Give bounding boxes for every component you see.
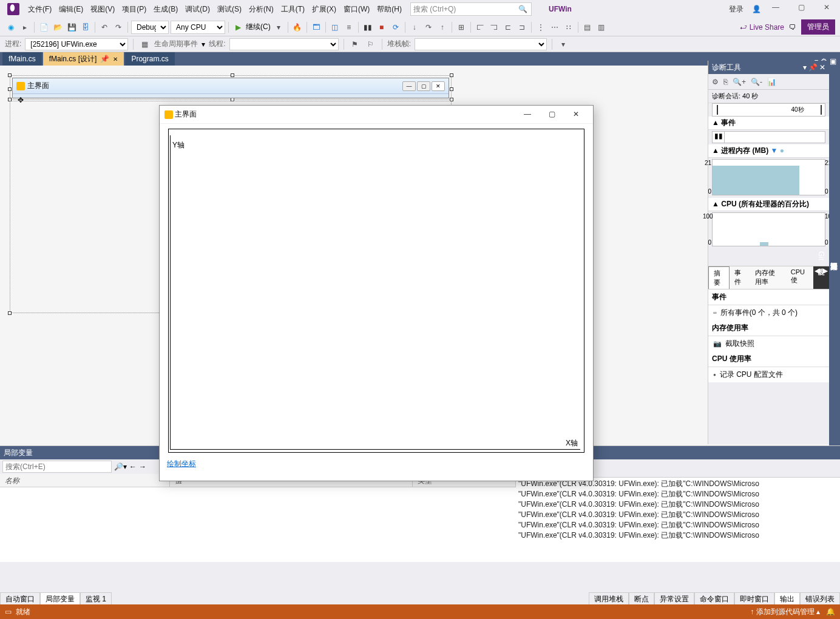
continue-label[interactable]: 继续(C) <box>246 22 271 32</box>
menu-test[interactable]: 测试(S) <box>214 2 245 17</box>
events-bar[interactable]: ▮▮ <box>712 131 825 143</box>
search-icon[interactable]: 🔍 <box>518 5 530 13</box>
flag2-icon[interactable]: ⚐ <box>365 38 377 50</box>
spacing2-icon[interactable]: ⋯ <box>549 21 561 33</box>
chevron-down-icon[interactable]: ▾ <box>273 21 285 33</box>
tab-breakpoints[interactable]: 断点 <box>629 592 654 604</box>
nav-left-icon[interactable]: ← <box>129 462 137 471</box>
redo-icon[interactable]: ↷ <box>112 21 124 33</box>
solution-explorer-tab[interactable]: 解决方案资源管理器 <box>827 68 840 445</box>
record-cpu-link[interactable]: 记录 CPU 配置文件 <box>708 367 829 382</box>
col-name[interactable]: 名称 <box>0 474 170 487</box>
login-link[interactable]: 登录 <box>724 4 748 15</box>
diag-ruler[interactable]: 40秒 <box>712 103 825 117</box>
platform-select[interactable]: Any CPU <box>171 21 225 34</box>
new-item-icon[interactable]: 📄 <box>38 21 50 33</box>
menu-file[interactable]: 文件(F) <box>24 2 55 17</box>
tab-output[interactable]: 输出 <box>774 592 800 604</box>
order1-icon[interactable]: ▤ <box>581 21 594 33</box>
menu-extensions[interactable]: 扩展(X) <box>308 2 340 17</box>
right-rail[interactable]: 解决方案资源管理器 Git 更改 <box>829 66 840 445</box>
draw-coord-link[interactable]: 绘制坐标 <box>160 458 593 470</box>
running-app-window[interactable]: 主界面 — ▢ ✕ Y轴 X轴 绘制坐标 <box>159 105 594 481</box>
maximize-button[interactable]: ▢ <box>540 106 564 123</box>
minimize-button[interactable]: — <box>765 3 787 15</box>
stackframe-select[interactable] <box>415 38 547 50</box>
pause-icon[interactable]: ▮▮ <box>362 21 374 33</box>
hot-reload-icon[interactable]: 🔥 <box>291 21 303 33</box>
tab-program-cs[interactable]: Program.cs <box>125 52 174 66</box>
close-icon[interactable]: ✕ <box>113 56 118 63</box>
menu-edit[interactable]: 编辑(E) <box>55 2 87 17</box>
source-control-link[interactable]: ↑ 添加到源代码管理 ▴ <box>750 607 820 617</box>
chart-icon[interactable]: 📊 <box>767 78 776 86</box>
diag-cpu-section[interactable]: ▲ CPU (所有处理器的百分比) <box>708 198 829 211</box>
thread-select[interactable] <box>229 38 339 50</box>
save-all-icon[interactable]: 🗄 <box>80 21 92 33</box>
search-input[interactable]: 搜索 (Ctrl+Q) <box>410 2 532 16</box>
chevron-icon[interactable]: ▾ <box>557 38 569 50</box>
open-icon[interactable]: 📂 <box>52 21 64 33</box>
tab-callstack[interactable]: 调用堆栈 <box>589 592 629 604</box>
restart-icon[interactable]: ⟳ <box>390 21 402 33</box>
layout-icon[interactable]: ◫ <box>329 21 341 33</box>
undo-icon[interactable]: ↶ <box>98 21 110 33</box>
locals-search-input[interactable] <box>2 461 112 473</box>
menu-window[interactable]: 窗口(W) <box>340 2 373 17</box>
user-icon[interactable]: 👤 <box>752 5 761 13</box>
close-button[interactable]: ✕ <box>816 3 838 15</box>
list-icon[interactable]: ≡ <box>343 21 355 33</box>
git-changes-tab[interactable]: Git 更改 <box>815 68 827 445</box>
maximize-button[interactable]: ▢ <box>790 3 812 15</box>
process-select[interactable]: [252196] UFWin.exe <box>25 38 128 50</box>
goto-icon[interactable]: ⎘ <box>723 78 728 86</box>
tab-autos[interactable]: 自动窗口 <box>0 592 40 604</box>
lifecycle-icon[interactable]: ▦ <box>138 38 151 50</box>
zoom-out-icon[interactable]: 🔍- <box>751 78 762 86</box>
menu-help[interactable]: 帮助(H) <box>373 2 405 17</box>
maximize-tab-icon[interactable]: ▣ <box>830 57 836 66</box>
diag-memory-section[interactable]: ▲ 进程内存 (MB) ▼ ● <box>708 144 829 158</box>
order2-icon[interactable]: ▥ <box>595 21 608 33</box>
nav-right-icon[interactable]: → <box>139 462 146 471</box>
save-icon[interactable]: 💾 <box>66 21 78 33</box>
snapshot-link[interactable]: 截取快照 <box>708 336 829 351</box>
align2-icon[interactable]: ⫍ <box>474 21 486 33</box>
forward-icon[interactable]: ▸ <box>19 21 31 33</box>
align4-icon[interactable]: ⊏ <box>502 21 514 33</box>
browser-icon[interactable]: 🗔 <box>310 21 322 33</box>
pin-icon[interactable]: 📌 <box>100 55 109 63</box>
menu-tools[interactable]: 工具(T) <box>277 2 308 17</box>
gear-icon[interactable]: ⚙ <box>712 78 719 86</box>
cpu-graph[interactable]: 100 0 100 0 <box>712 212 825 246</box>
continue-icon[interactable]: ▶ <box>232 21 244 33</box>
diag-events-section[interactable]: ▲ 事件 <box>708 117 829 130</box>
spacing1-icon[interactable]: ⋮ <box>535 21 547 33</box>
diag-tab-cpu[interactable]: CPU 使 <box>786 266 813 289</box>
align3-icon[interactable]: ⫎ <box>488 21 500 33</box>
menu-view[interactable]: 视图(V) <box>87 2 118 17</box>
close-button[interactable]: ✕ <box>564 106 588 123</box>
memory-graph[interactable]: 21 0 21 0 <box>712 159 825 195</box>
menu-debug[interactable]: 调试(D) <box>181 2 214 17</box>
search-icon[interactable]: 🔎▾ <box>114 462 127 471</box>
step-out-icon[interactable]: ↑ <box>436 21 449 33</box>
menu-analyze[interactable]: 分析(N) <box>245 2 277 17</box>
menu-build[interactable]: 生成(B) <box>150 2 181 17</box>
config-select[interactable]: Debug <box>131 21 169 34</box>
stop-icon[interactable]: ■ <box>376 21 388 33</box>
diag-tab-memory[interactable]: 内存使用率 <box>750 266 786 289</box>
designed-form[interactable]: 主界面 — ▢ ✕ ✥ <box>12 78 449 98</box>
tab-watch1[interactable]: 监视 1 <box>80 592 112 604</box>
tab-fmain-cs[interactable]: fMain.cs <box>2 52 42 66</box>
minimize-button[interactable]: — <box>515 106 540 123</box>
live-share-button[interactable]: ⮐ Live Share <box>740 23 784 32</box>
zoom-in-icon[interactable]: 🔍+ <box>733 78 746 86</box>
spacing3-icon[interactable]: ∷ <box>563 21 575 33</box>
tab-locals[interactable]: 局部变量 <box>40 592 80 604</box>
all-events-link[interactable]: 所有事件(0 个，共 0 个) <box>708 305 829 320</box>
flag1-icon[interactable]: ⚑ <box>349 38 361 50</box>
align1-icon[interactable]: ⊞ <box>455 21 467 33</box>
tab-exceptions[interactable]: 异常设置 <box>654 592 694 604</box>
notifications-icon[interactable]: 🔔 <box>826 607 835 616</box>
